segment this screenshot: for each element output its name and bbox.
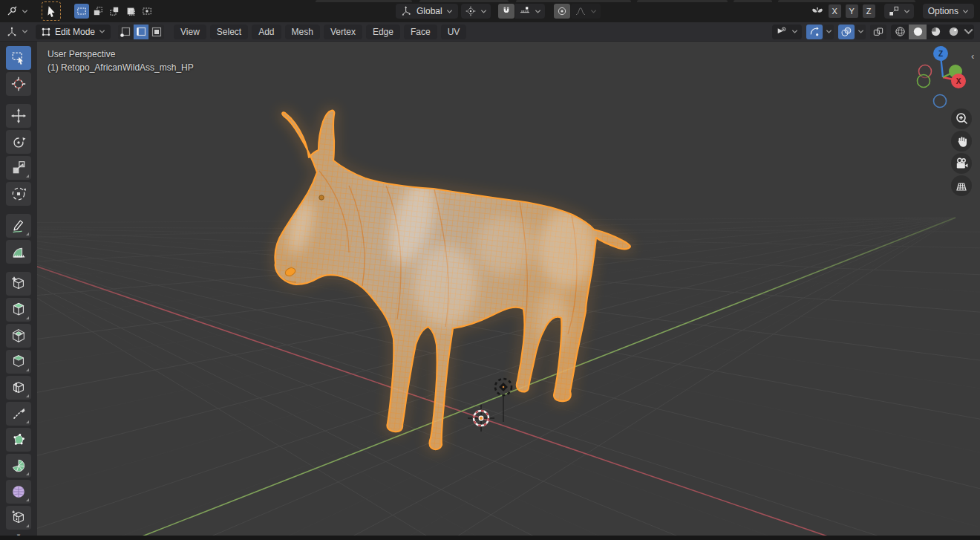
select-option-extend[interactable] [91, 4, 105, 19]
viewport-3d[interactable] [0, 0, 980, 536]
tool-poly-build[interactable] [6, 428, 31, 452]
falloff-curve-icon [575, 5, 587, 17]
menu-select[interactable]: Select [210, 25, 248, 39]
nav-ortho-button[interactable] [951, 175, 972, 196]
xray-icon [872, 26, 884, 38]
tool-editor-icon [6, 5, 18, 17]
mirror-icon [811, 4, 824, 18]
chevron-down-icon [826, 29, 832, 34]
nav-zoom-button[interactable] [951, 108, 972, 129]
tool-transform[interactable] [6, 182, 31, 206]
menu-face[interactable]: Face [404, 25, 437, 39]
tool-edge-slide[interactable] [6, 506, 31, 530]
workspace-tab-remnant [734, 0, 772, 2]
gizmos-dropdown[interactable] [823, 25, 834, 39]
gizmo-z-label: Z [938, 50, 943, 58]
tool-scale[interactable] [6, 156, 31, 180]
header-left-cluster: Edit Mode ViewSelectAddMeshVertexEdgeFac… [4, 22, 466, 41]
gizmo-z-neg-ball[interactable] [934, 95, 947, 108]
pivot-icon [465, 5, 477, 17]
select-mode-face[interactable] [149, 25, 164, 39]
tool-rotate[interactable] [6, 130, 31, 154]
select-mode-edge[interactable] [134, 25, 148, 39]
menu-uv[interactable]: UV [441, 25, 467, 39]
tool-loop-cut[interactable] [6, 376, 31, 400]
editor-type-button[interactable] [4, 4, 30, 19]
tool-spin[interactable] [6, 454, 31, 478]
select-option-subtract[interactable] [107, 4, 122, 19]
chevron-down-icon [22, 29, 28, 34]
header-right-cluster [772, 22, 974, 41]
menu-add[interactable]: Add [252, 25, 281, 39]
tool-extrude-region[interactable] [6, 298, 31, 322]
tool-smooth[interactable] [6, 480, 31, 504]
overlays-toggle[interactable] [838, 25, 855, 39]
tool-cursor[interactable] [6, 72, 31, 96]
mirror-y-button[interactable]: Y [846, 4, 858, 18]
chevron-down-icon [22, 9, 28, 14]
show-object-types-dropdown[interactable] [772, 25, 802, 39]
xray-toggle[interactable] [870, 25, 886, 39]
select-option-invert[interactable] [123, 4, 138, 19]
tool-select-box[interactable] [6, 46, 31, 70]
mirror-x-button[interactable]: X [829, 4, 841, 18]
options-dropdown[interactable]: Options [923, 4, 974, 19]
tool-inset-faces[interactable] [6, 324, 31, 348]
sidebar-toggle-arrow[interactable]: ‹ [971, 51, 974, 62]
view3d-editor-icon [6, 26, 18, 38]
shading-material-button[interactable] [927, 25, 944, 39]
shading-rendered-button[interactable] [944, 25, 962, 39]
select-option-intersect[interactable] [140, 4, 154, 19]
select-option-group [74, 4, 154, 19]
select-mode-toggles [118, 25, 164, 39]
chevron-down-icon [535, 9, 541, 14]
view-name: User Perspective [48, 48, 194, 61]
menu-mesh[interactable]: Mesh [285, 25, 320, 39]
orientation-dropdown[interactable]: Global [396, 4, 458, 19]
navigation-gizmo[interactable]: Z X [909, 43, 980, 114]
status-bar-edge [0, 536, 980, 540]
tool-add-cube[interactable] [6, 272, 31, 296]
mode-label: Edit Mode [55, 27, 95, 37]
tool-measure[interactable] [6, 240, 31, 264]
mode-dropdown[interactable]: Edit Mode [36, 25, 111, 39]
chevron-down-icon [99, 29, 105, 34]
shading-solid-button[interactable] [909, 25, 927, 39]
chevron-down-icon [962, 9, 969, 14]
mirror-z-button[interactable]: Z [863, 4, 875, 18]
select-mode-vertex[interactable] [118, 25, 133, 39]
gizmos-toggle[interactable] [806, 25, 823, 39]
menu-edge[interactable]: Edge [366, 25, 400, 39]
shading-wire-button[interactable] [891, 25, 909, 39]
snap-toggle-button[interactable] [498, 4, 514, 19]
snap-base-dropdown[interactable] [884, 4, 914, 19]
tool-annotate[interactable] [6, 214, 31, 238]
snap-target-dropdown[interactable] [515, 4, 545, 19]
active-tool-indicator[interactable] [42, 1, 61, 21]
orientation-label: Global [416, 6, 442, 16]
edit-mode-icon [41, 27, 51, 37]
menu-view[interactable]: View [174, 25, 206, 39]
menu-vertex[interactable]: Vertex [324, 25, 362, 39]
proportional-edit-toggle[interactable] [554, 4, 570, 19]
increment-snap-icon [519, 5, 531, 17]
tool-move[interactable] [6, 104, 31, 128]
gizmo-icon [808, 26, 820, 38]
active-object-name: (1) Retopo_AfricanWildAss_msh_HP [48, 61, 194, 74]
overlays-icon [840, 26, 852, 38]
select-option-new-selection[interactable] [74, 4, 89, 19]
gizmo-y-neg-ball[interactable] [918, 75, 930, 88]
topbar: Global X Y [0, 0, 980, 22]
tool-bevel[interactable] [6, 350, 31, 374]
pivot-dropdown[interactable] [461, 4, 491, 19]
tool-knife[interactable] [6, 402, 31, 426]
chevron-down-icon [791, 29, 798, 34]
shading-dropdown[interactable] [962, 25, 974, 39]
proportional-falloff-dropdown[interactable] [571, 4, 601, 19]
editor-type-button-3dview[interactable] [4, 25, 30, 39]
options-label: Options [928, 6, 958, 16]
nav-camera-button[interactable] [951, 153, 972, 174]
nav-pan-button[interactable] [951, 131, 972, 152]
topbar-right-cluster: X Y Z Options [811, 0, 974, 22]
overlays-dropdown[interactable] [855, 25, 866, 39]
